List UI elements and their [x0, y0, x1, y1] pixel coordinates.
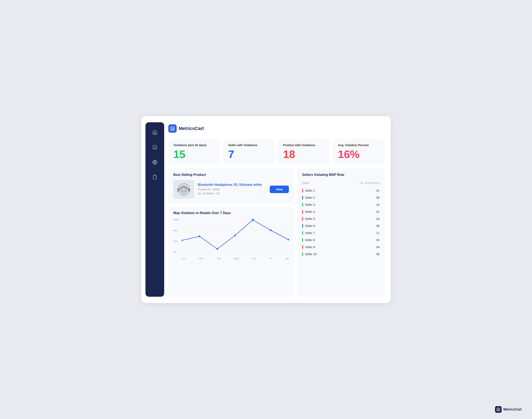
footer-brand: MetricsCart: [495, 406, 522, 413]
product-sellers: No. of Sellers : 10: [198, 192, 266, 195]
seller-name-1: Seller 2: [305, 196, 315, 199]
table-row: Seller 9 04: [302, 244, 380, 251]
seller-products-3: 01: [334, 208, 380, 215]
seller-products-2: 10: [334, 201, 380, 208]
sellers-title: Sellers Violating MAP Rule: [302, 173, 380, 177]
sellers-panel: Sellers Violating MAP Rule Seller No. of…: [297, 168, 384, 297]
seller-name-4: Seller 5: [305, 217, 315, 221]
stat-label-2: Product with Violations: [283, 144, 325, 147]
svg-rect-6: [177, 188, 179, 192]
stat-card-0: Violations (last 30 days) 15: [168, 139, 220, 164]
sidebar-item-globe[interactable]: [151, 158, 159, 166]
stat-card-1: Seller with Violations 7: [223, 139, 275, 164]
stat-card-2: Product with Violations 18: [278, 139, 330, 164]
col-seller: Seller: [302, 180, 334, 187]
sidebar-item-document[interactable]: [151, 173, 159, 181]
seller-bar-9: [302, 252, 303, 256]
stats-row: Violations (last 30 days) 15 Seller with…: [168, 139, 384, 164]
seller-name-3: Seller 4: [305, 210, 315, 213]
seller-bar-3: [302, 210, 303, 214]
seller-name-0: Seller 1: [305, 189, 315, 192]
chart-area: 100% 64% 32% 0%: [173, 218, 289, 260]
table-row: Seller 4 01: [302, 208, 380, 215]
stat-label-0: Violations (last 30 days): [173, 144, 215, 147]
main-card: MetricsCart Violations (last 30 days) 15…: [141, 116, 391, 303]
svg-point-18: [270, 229, 272, 231]
seller-products-7: 03: [334, 236, 380, 244]
seller-products-6: 11: [334, 229, 380, 236]
main-content: MetricsCart Violations (last 30 days) 15…: [168, 122, 384, 297]
svg-point-17: [252, 219, 254, 221]
svg-point-15: [217, 248, 218, 250]
svg-rect-7: [188, 188, 190, 192]
seller-products-0: 02: [334, 187, 380, 194]
product-row: Bluetooth Headphone V5, Ultimate white P…: [173, 180, 289, 199]
seller-bar-1: [302, 196, 303, 199]
table-row: Seller 6 08: [302, 222, 380, 229]
seller-name-2: Seller 3: [305, 203, 315, 206]
product-name: Bluetooth Headphone V5, Ultimate white: [198, 183, 266, 187]
best-selling-card: Best Selling Product: [168, 168, 294, 203]
stat-card-3: Avg. Violation Percent 16%: [333, 139, 384, 164]
footer-app-name: MetricsCart: [503, 407, 522, 411]
product-id: Product ID: 23245: [198, 188, 266, 191]
seller-products-9: 06: [334, 251, 380, 258]
stat-label-1: Seller with Violations: [228, 144, 270, 147]
product-info: Bluetooth Headphone V5, Ultimate white P…: [198, 183, 266, 196]
seller-bar-8: [302, 245, 303, 249]
seller-name-9: Seller 10: [305, 252, 316, 256]
sidebar-item-home[interactable]: [151, 129, 159, 136]
left-panel: Best Selling Product: [168, 168, 294, 297]
stat-value-2: 18: [283, 149, 325, 160]
stat-value-1: 7: [228, 149, 270, 160]
stat-value-3: 16%: [338, 149, 380, 160]
logo-icon: [168, 124, 177, 133]
app-title: MetricsCart: [179, 126, 204, 131]
chart-x-labels: Sun Mon Tue Wed Thu Fri Sat: [182, 257, 289, 260]
seller-bar-7: [302, 238, 303, 242]
seller-bar-0: [302, 189, 303, 193]
view-button[interactable]: View: [270, 186, 289, 193]
seller-bar-4: [302, 217, 303, 221]
seller-name-5: Seller 6: [305, 224, 315, 228]
seller-name-6: Seller 7: [305, 231, 315, 235]
stat-label-3: Avg. Violation Percent: [338, 144, 380, 147]
table-row: Seller 2 06: [302, 194, 380, 201]
seller-products-5: 08: [334, 222, 380, 229]
seller-products-8: 04: [334, 244, 380, 251]
sidebar-item-analytics[interactable]: [151, 144, 159, 151]
svg-point-16: [234, 235, 236, 236]
seller-products-1: 06: [334, 194, 380, 201]
header: MetricsCart: [168, 122, 384, 135]
svg-point-8: [182, 187, 186, 191]
stat-value-0: 15: [173, 149, 215, 160]
svg-point-14: [199, 236, 200, 237]
chart-y-labels: 100% 64% 32% 0%: [173, 218, 181, 253]
table-row: Seller 10 06: [302, 251, 380, 258]
seller-name-7: Seller 8: [305, 238, 315, 242]
chart-plot: [182, 218, 289, 253]
footer-logo-icon: [495, 406, 502, 413]
product-image: [173, 180, 194, 199]
seller-name-8: Seller 9: [305, 245, 315, 249]
table-row: Seller 7 11: [302, 229, 380, 236]
seller-bar-5: [302, 224, 303, 228]
col-products: No. of Products: [334, 180, 380, 187]
seller-products-4: 03: [334, 215, 380, 222]
table-row: Seller 1 02: [302, 187, 380, 194]
sellers-table: Seller No. of Products Seller 1 02 Selle…: [302, 180, 380, 258]
table-row: Seller 3 10: [302, 201, 380, 208]
bottom-row: Best Selling Product: [168, 168, 384, 297]
chart-title: Map Violation in Retails Over 7 Days: [173, 211, 289, 215]
best-selling-title: Best Selling Product: [173, 173, 289, 177]
seller-bar-6: [302, 231, 303, 235]
seller-bar-2: [302, 203, 303, 207]
chart-card: Map Violation in Retails Over 7 Days 100…: [168, 207, 294, 297]
sidebar: [146, 122, 164, 297]
table-row: Seller 5 03: [302, 215, 380, 222]
table-row: Seller 8 03: [302, 236, 380, 244]
